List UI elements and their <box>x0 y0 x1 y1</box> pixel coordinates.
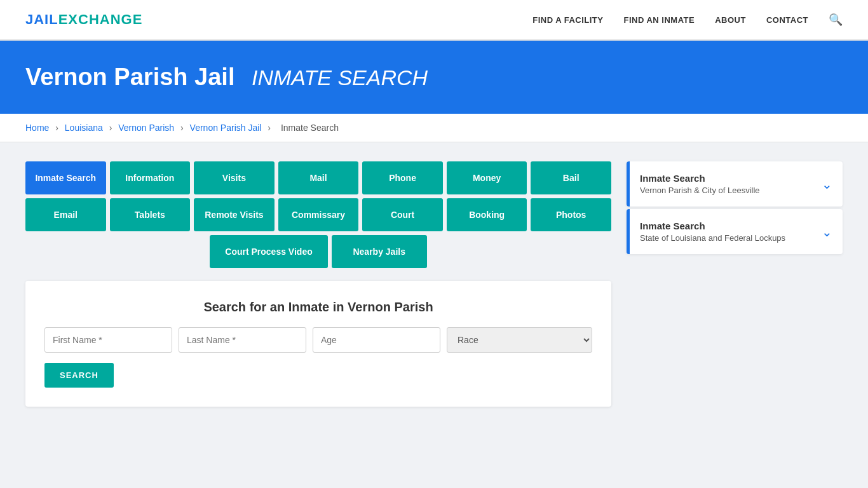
sidebar-card-2: Inmate Search State of Louisiana and Fed… <box>627 209 843 254</box>
tab-commissary[interactable]: Commissary <box>278 198 359 231</box>
navbar: JAILEXCHANGE FIND A FACILITY FIND AN INM… <box>0 0 868 41</box>
logo-part2: EXCHANGE <box>58 11 143 27</box>
search-inputs-row: Race White Black Hispanic Asian Other <box>44 327 592 353</box>
search-form-title: Search for an Inmate in Vernon Parish <box>44 300 592 315</box>
vernon-parish-breadcrumb[interactable]: Vernon Parish <box>118 123 174 133</box>
search-button[interactable]: SEARCH <box>44 363 114 388</box>
tab-nearby-jails[interactable]: Nearby Jails <box>332 235 427 268</box>
home-breadcrumb[interactable]: Home <box>25 123 49 133</box>
tab-tablets[interactable]: Tablets <box>110 198 191 231</box>
tab-money[interactable]: Money <box>447 161 527 194</box>
tab-remote-visits[interactable]: Remote Visits <box>194 198 275 231</box>
sidebar-card-2-subtitle: State of Louisiana and Federal Lockups <box>640 233 785 243</box>
sidebar-card-1-title: Inmate Search <box>640 173 760 184</box>
vernon-parish-jail-breadcrumb[interactable]: Vernon Parish Jail <box>190 123 262 133</box>
tab-bail[interactable]: Bail <box>531 161 611 194</box>
age-input[interactable] <box>313 327 440 353</box>
search-icon[interactable]: 🔍 <box>829 13 843 27</box>
tab-phone[interactable]: Phone <box>362 161 443 194</box>
hero-section: Vernon Parish Jail INMATE SEARCH <box>0 41 868 114</box>
tabs-row1: Inmate Search Information Visits Mail Ph… <box>25 161 611 194</box>
tab-mail[interactable]: Mail <box>278 161 359 194</box>
search-form: Search for an Inmate in Vernon Parish Ra… <box>25 281 611 407</box>
about-link[interactable]: ABOUT <box>715 15 746 25</box>
louisiana-breadcrumb[interactable]: Louisiana <box>65 123 103 133</box>
tab-court-process-video[interactable]: Court Process Video <box>210 235 327 268</box>
sidebar-card-1: Inmate Search Vernon Parish & City of Le… <box>627 161 843 207</box>
find-facility-link[interactable]: FIND A FACILITY <box>532 15 603 25</box>
main-content: Inmate Search Information Visits Mail Ph… <box>0 142 868 426</box>
tab-email[interactable]: Email <box>25 198 106 231</box>
tab-booking[interactable]: Booking <box>447 198 527 231</box>
logo-part1: JAIL <box>25 11 58 27</box>
tab-information[interactable]: Information <box>110 161 191 194</box>
breadcrumb: Home › Louisiana › Vernon Parish › Verno… <box>0 114 868 142</box>
tab-inmate-search[interactable]: Inmate Search <box>25 161 106 194</box>
tab-court[interactable]: Court <box>362 198 443 231</box>
sidebar-card-1-text: Inmate Search Vernon Parish & City of Le… <box>640 173 760 195</box>
tabs-row2: Email Tablets Remote Visits Commissary C… <box>25 198 611 231</box>
race-select[interactable]: Race White Black Hispanic Asian Other <box>447 327 592 353</box>
site-logo[interactable]: JAILEXCHANGE <box>25 11 142 28</box>
last-name-input[interactable] <box>179 327 306 353</box>
find-inmate-link[interactable]: FIND AN INMATE <box>623 15 695 25</box>
nav-links: FIND A FACILITY FIND AN INMATE ABOUT CON… <box>532 13 843 27</box>
tab-visits[interactable]: Visits <box>194 161 275 194</box>
page-title: Vernon Parish Jail INMATE SEARCH <box>25 64 843 91</box>
contact-link[interactable]: CONTACT <box>766 15 808 25</box>
sidebar-card-2-inner[interactable]: Inmate Search State of Louisiana and Fed… <box>630 209 843 254</box>
tabs-row3: Court Process Video Nearby Jails <box>25 235 611 268</box>
sidebar-card-1-subtitle: Vernon Parish & City of Leesville <box>640 186 760 195</box>
right-sidebar: Inmate Search Vernon Parish & City of Le… <box>627 161 843 257</box>
tab-photos[interactable]: Photos <box>531 198 611 231</box>
sidebar-card-1-inner[interactable]: Inmate Search Vernon Parish & City of Le… <box>630 161 843 207</box>
left-column: Inmate Search Information Visits Mail Ph… <box>25 161 611 407</box>
current-breadcrumb: Inmate Search <box>281 123 339 133</box>
chevron-down-icon-2: ⌄ <box>822 224 832 240</box>
first-name-input[interactable] <box>44 327 172 353</box>
chevron-down-icon-1: ⌄ <box>822 177 832 192</box>
sidebar-card-2-text: Inmate Search State of Louisiana and Fed… <box>640 220 785 243</box>
sidebar-card-2-title: Inmate Search <box>640 220 785 231</box>
